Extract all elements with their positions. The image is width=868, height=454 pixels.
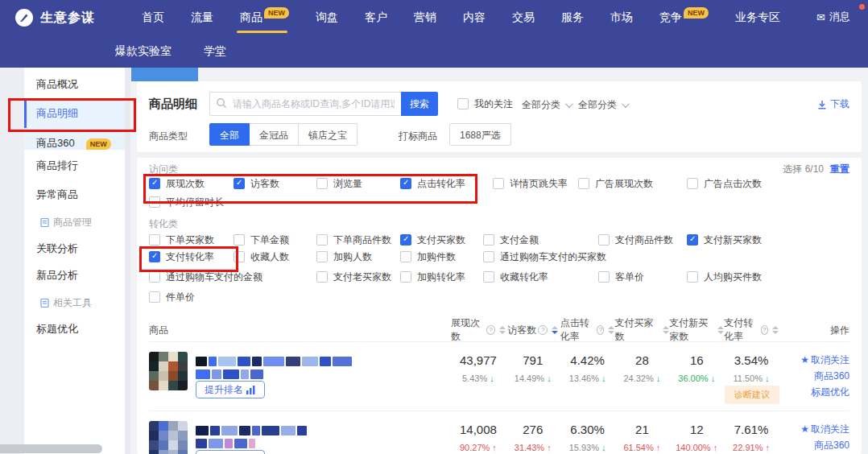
checkbox-favorite-conversion-rate[interactable]: 收藏转化率 <box>483 270 548 283</box>
checkbox-favorite-users[interactable]: 收藏人数 <box>234 250 289 263</box>
redacted-product-title[interactable] <box>196 423 308 435</box>
metric-value: 14,008 <box>451 423 506 436</box>
sidebar-item-product-details[interactable]: 商品明细 <box>36 106 78 121</box>
checkbox-order-amount[interactable]: 下单金额 <box>234 233 289 246</box>
redacted-product-title[interactable] <box>196 353 353 366</box>
type-shop-treasure-button[interactable]: 镇店之宝 <box>299 123 358 146</box>
help-icon[interactable] <box>486 325 495 335</box>
checkbox-pay-conversion-rate[interactable]: 支付转化率 <box>149 250 214 263</box>
subnav-hot-lab[interactable]: 爆款实验室 <box>115 44 172 59</box>
unfollow-link[interactable]: ★取消关注 <box>800 353 849 367</box>
checkbox-ad-clicks[interactable]: 广告点击次数 <box>687 177 762 190</box>
messages-button[interactable]: ✉ 消息 <box>816 10 850 24</box>
nav-business-zone[interactable]: 业务专区 <box>735 10 780 25</box>
help-icon[interactable] <box>597 325 604 335</box>
column-visitors[interactable]: 访客数 <box>506 324 560 337</box>
reset-link[interactable]: 重置 <box>830 163 849 176</box>
nav-customers[interactable]: 客户 <box>365 10 387 25</box>
checkbox-pay-amount[interactable]: 支付金额 <box>483 233 539 246</box>
boost-ranking-button[interactable]: 提升排名 <box>196 450 265 454</box>
checkbox-pay-new-buyers[interactable]: 支付新买家数 <box>687 233 762 246</box>
type-all-button[interactable]: 全部 <box>209 123 250 146</box>
diagnosis-suggestion-button[interactable]: 诊断建议 <box>725 386 779 404</box>
selection-count: 选择 6/10 <box>783 163 824 176</box>
help-icon[interactable] <box>761 325 768 335</box>
checkbox-pay-returning-buyers[interactable]: 支付老买家数 <box>316 270 391 283</box>
product-360-link[interactable]: 商品360 <box>814 369 849 383</box>
checkbox-avg-stay-duration[interactable]: 平均停留时长 <box>149 196 224 208</box>
nav-transactions[interactable]: 交易 <box>512 10 535 25</box>
checkbox-impressions[interactable]: 展现次数 <box>149 177 205 190</box>
sidebar-item-product-ranking[interactable]: 商品排行 <box>36 159 78 173</box>
sort-icon[interactable] <box>663 326 669 334</box>
nav-market[interactable]: 市场 <box>610 10 633 25</box>
checkbox-visitors[interactable]: 访客数 <box>234 177 279 190</box>
sidebar-item-related-tools[interactable]: 相关工具 <box>40 295 92 310</box>
checkbox-pay-buyers[interactable]: 支付买家数 <box>400 233 465 246</box>
column-impressions[interactable]: 展现次数 <box>451 316 506 344</box>
product-thumbnail[interactable] <box>149 352 188 390</box>
sidebar-item-product-360[interactable]: 商品360NEW <box>36 136 111 151</box>
metric-change: 140.00% ↑ <box>669 443 724 452</box>
product-360-link[interactable]: 商品360 <box>814 439 849 452</box>
unfollow-link[interactable]: ★取消关注 <box>800 423 849 436</box>
checkbox-ad-impressions[interactable]: 广告展现次数 <box>578 177 653 190</box>
search-input[interactable] <box>209 92 401 116</box>
sidebar-item-product-management[interactable]: 商品管理 <box>40 215 92 229</box>
checkbox-avg-order-value[interactable]: 客单价 <box>598 270 644 283</box>
checkbox-detail-bounce-rate[interactable]: 详情页跳失率 <box>493 177 568 190</box>
checkbox-cart-add-items[interactable]: 加购件数 <box>400 250 456 263</box>
trend-arrow-icon: ↓ <box>711 374 716 383</box>
checkbox-cart-pay-amount[interactable]: 通过购物车支付的金额 <box>149 270 262 283</box>
horizontal-scrollbar-thumb[interactable] <box>0 444 102 453</box>
category-dropdown-2[interactable]: 全部分类 <box>578 98 627 112</box>
nav-marketing[interactable]: 营销 <box>414 10 436 25</box>
download-link[interactable]: 下载 <box>817 97 849 111</box>
product-thumbnail[interactable] <box>149 421 188 454</box>
category-dropdown-1[interactable]: 全部分类 <box>522 98 571 112</box>
checkbox-order-buyers[interactable]: 下单买家数 <box>149 233 214 246</box>
my-follow-checkbox[interactable]: 我的关注 <box>457 97 513 110</box>
checkbox-pageviews[interactable]: 浏览量 <box>316 177 362 190</box>
nav-content[interactable]: 内容 <box>463 10 486 25</box>
sidebar-item-title-optimization[interactable]: 标题优化 <box>36 322 78 336</box>
sidebar-item-abnormal-products[interactable]: 异常商品 <box>36 188 78 202</box>
checkbox-unit-price[interactable]: 件单价 <box>149 291 195 303</box>
checkbox-click-conversion-rate[interactable]: 点击转化率 <box>400 177 465 190</box>
column-pay-buyers[interactable]: 支付买家数 <box>614 316 669 344</box>
sort-icon[interactable] <box>717 326 724 334</box>
subnav-academy[interactable]: 学堂 <box>204 44 226 59</box>
checkbox-order-item-count[interactable]: 下单商品件数 <box>316 233 391 246</box>
boost-ranking-button[interactable]: 提升排名 <box>196 381 265 398</box>
checkbox-avg-items-per-buyer[interactable]: 人均购买件数 <box>687 270 762 283</box>
app-logo[interactable]: 生意参谋 <box>14 8 95 27</box>
column-pay-conversion-rate[interactable]: 支付转化率 <box>724 316 779 344</box>
checkbox-box <box>316 251 328 262</box>
search-button[interactable]: 搜索 <box>401 92 438 116</box>
nav-traffic[interactable]: 流量 <box>191 10 213 25</box>
sidebar-item-association-analysis[interactable]: 关联分析 <box>36 241 78 256</box>
checkbox-cart-add-users[interactable]: 加购人数 <box>316 250 372 263</box>
checkbox-cart-pay-buyers[interactable]: 通过购物车支付的买家数 <box>483 250 606 263</box>
title-optimization-link[interactable]: 标题优化 <box>811 386 849 399</box>
sidebar-item-product-overview[interactable]: 商品概况 <box>36 77 78 92</box>
checkbox-box <box>149 251 160 262</box>
sort-icon[interactable] <box>608 326 614 334</box>
sort-icon-active-desc[interactable] <box>552 326 558 334</box>
column-pay-new-buyers[interactable]: 支付新买家数 <box>669 316 724 344</box>
checkbox-cart-conversion-rate[interactable]: 加购转化率 <box>400 270 465 283</box>
type-gold-crown-button[interactable]: 金冠品 <box>250 123 299 146</box>
help-icon[interactable] <box>538 325 548 335</box>
nav-competition[interactable]: 竞争NEW <box>659 10 709 25</box>
sort-icon[interactable] <box>772 326 779 334</box>
column-click-conversion-rate[interactable]: 点击转化率 <box>560 316 615 344</box>
checkbox-pay-item-count[interactable]: 支付商品件数 <box>598 233 673 246</box>
sidebar-item-new-product-analysis[interactable]: 新品分析 <box>36 268 78 283</box>
tag-1688-selection-button[interactable]: 1688严选 <box>449 123 511 146</box>
product-cell: 提升排名 <box>149 352 451 411</box>
nav-products[interactable]: 商品NEW <box>240 10 289 25</box>
nav-home[interactable]: 首页 <box>142 10 164 25</box>
sort-icon[interactable] <box>499 326 506 334</box>
nav-services[interactable]: 服务 <box>561 10 584 25</box>
nav-inquiries[interactable]: 询盘 <box>316 10 338 25</box>
